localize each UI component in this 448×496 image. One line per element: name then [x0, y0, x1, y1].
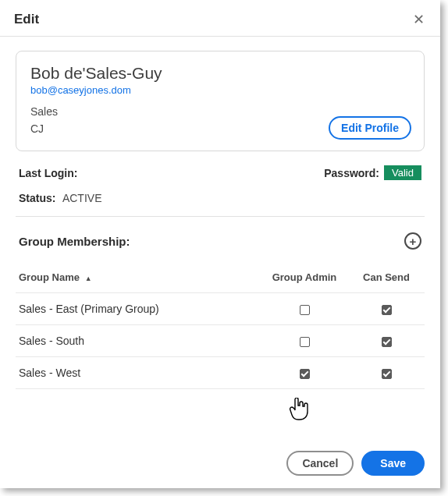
table-header-row: Group Name ▲ Group Admin Can Send: [16, 262, 425, 293]
status-label: Status:: [19, 192, 55, 204]
column-can-send[interactable]: Can Send: [351, 271, 421, 283]
modal-body: Bob de'Sales-Guy bob@caseyjones.dom Sale…: [0, 37, 440, 389]
edit-user-modal: Edit ✕ Bob de'Sales-Guy bob@caseyjones.d…: [0, 0, 440, 488]
info-line-login-password: Last Login: Password: Valid: [19, 165, 421, 180]
group-admin-checkbox[interactable]: [300, 337, 310, 347]
membership-header: Group Membership: +: [16, 232, 425, 250]
status-value: ACTIVE: [62, 192, 102, 204]
column-group-admin[interactable]: Group Admin: [258, 271, 351, 283]
column-group-name-label: Group Name: [19, 271, 80, 283]
profile-card: Bob de'Sales-Guy bob@caseyjones.dom Sale…: [16, 51, 425, 151]
group-name-cell: Sales - South: [19, 335, 258, 347]
save-button[interactable]: Save: [361, 451, 425, 476]
cancel-button[interactable]: Cancel: [286, 451, 354, 476]
group-admin-checkbox[interactable]: [300, 305, 310, 315]
modal-footer: Cancel Save: [286, 451, 425, 476]
group-admin-checkbox[interactable]: [300, 369, 310, 379]
profile-name: Bob de'Sales-Guy: [30, 64, 410, 83]
column-group-name[interactable]: Group Name ▲: [19, 271, 258, 283]
info-section: Last Login: Password: Valid Status: ACTI…: [16, 165, 425, 205]
close-icon[interactable]: ✕: [411, 11, 426, 28]
modal-title: Edit: [14, 12, 39, 27]
modal-header: Edit ✕: [0, 0, 440, 37]
table-row: Sales - South: [16, 325, 425, 357]
sort-ascending-icon: ▲: [85, 275, 92, 282]
last-login-label: Last Login:: [19, 167, 77, 179]
cursor-hand-icon: [289, 398, 309, 421]
divider: [16, 216, 425, 217]
group-name-cell: Sales - East (Primary Group): [19, 303, 258, 315]
password-block: Password: Valid: [324, 165, 421, 180]
table-row: Sales - West: [16, 357, 425, 389]
password-status-badge: Valid: [384, 165, 421, 180]
plus-icon: +: [410, 235, 417, 248]
status-line: Status: ACTIVE: [19, 191, 421, 205]
add-group-button[interactable]: +: [404, 232, 421, 250]
edit-profile-button[interactable]: Edit Profile: [329, 116, 411, 140]
password-label: Password:: [324, 167, 379, 179]
can-send-checkbox[interactable]: [382, 305, 392, 315]
group-name-cell: Sales - West: [19, 367, 258, 379]
can-send-checkbox[interactable]: [382, 337, 392, 347]
table-row: Sales - East (Primary Group): [16, 293, 425, 325]
membership-title: Group Membership:: [19, 235, 130, 248]
profile-email[interactable]: bob@caseyjones.dom: [30, 84, 410, 96]
can-send-checkbox[interactable]: [382, 369, 392, 379]
group-table: Group Name ▲ Group Admin Can Send Sales …: [16, 262, 425, 389]
